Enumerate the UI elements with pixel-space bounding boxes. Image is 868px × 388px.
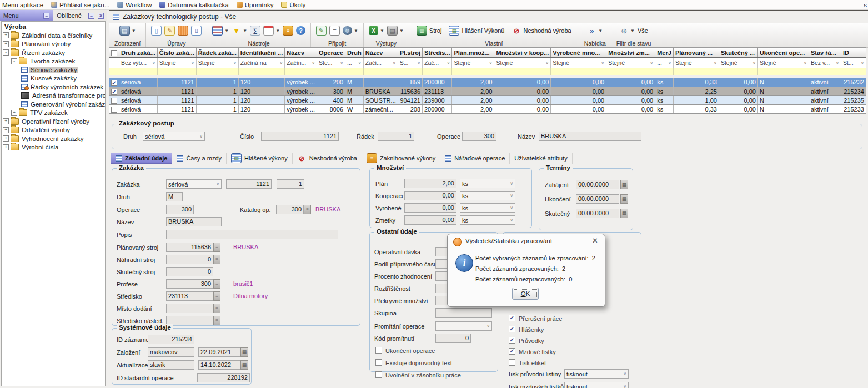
column-header-n-zev[interactable]: Název bbox=[363, 48, 398, 58]
column-filter-druh[interactable]: ...∨ bbox=[345, 58, 364, 68]
lookup-button[interactable]: ≡ bbox=[213, 304, 220, 313]
tree-item-vyhodnocen-zak-zky[interactable]: +Vyhodnocení zakázky bbox=[2, 134, 105, 143]
tree-item-z-kladn-data-a-seln-ky[interactable]: +Základní data a číselníky bbox=[2, 31, 105, 40]
copy-record-icon[interactable]: ▯ bbox=[191, 26, 202, 36]
entry-cell[interactable] bbox=[452, 68, 494, 75]
tree-item-pl-nov-n-v-roby[interactable]: +Plánování výroby bbox=[2, 40, 105, 49]
delete-record-icon[interactable] bbox=[178, 26, 188, 36]
globe-icon[interactable]: ◍ bbox=[343, 26, 352, 35]
filter-icon[interactable]: ▼ bbox=[232, 26, 241, 35]
minimize-icon[interactable]: – bbox=[88, 13, 94, 19]
print-icon[interactable]: ▤ bbox=[387, 26, 398, 36]
tree-expander-icon[interactable]: + bbox=[11, 110, 17, 116]
neshodna-vyroba-button[interactable]: ⊘ Neshodná výroba bbox=[509, 26, 573, 36]
entry-cell[interactable] bbox=[157, 68, 196, 75]
checkbox-mzdov-l-stky[interactable]: ✓ bbox=[509, 348, 515, 355]
row-select-cell[interactable] bbox=[109, 105, 119, 114]
entry-cell[interactable] bbox=[809, 68, 841, 75]
tab-u-ivatelsk-atributy[interactable]: Uživatelské atributy bbox=[510, 153, 572, 164]
id-zaznamu-field[interactable]: 215234 bbox=[148, 335, 194, 344]
checkbox-icon[interactable] bbox=[111, 107, 117, 113]
column-header-pl-stroj[interactable]: Pl.stroj bbox=[398, 48, 422, 58]
chevron-down-icon[interactable]: ▼ bbox=[224, 28, 229, 33]
calendar-icon[interactable] bbox=[263, 26, 274, 36]
close-icon[interactable]: ✕ bbox=[98, 13, 104, 19]
column-filter-slo-zak[interactable]: Stejné∨ bbox=[157, 58, 196, 68]
entry-cell[interactable] bbox=[238, 68, 284, 75]
tree-expander-icon[interactable]: + bbox=[3, 41, 9, 47]
column-header-st-edis[interactable]: Středis... bbox=[423, 48, 452, 58]
lookup-button[interactable]: ≡ bbox=[213, 316, 220, 325]
id-standardni-operace-field[interactable]: 228192 bbox=[197, 373, 250, 382]
export-excel-icon[interactable]: X bbox=[369, 26, 378, 35]
menubar-item-menu-aplikace[interactable]: Menu aplikace bbox=[2, 2, 43, 8]
checkbox-hl-enky[interactable]: ✓ bbox=[509, 326, 515, 332]
tab-asy-a-mzdy[interactable]: Časy a mzdy bbox=[172, 153, 227, 164]
column-filter-mno-stv-v-koop[interactable]: Stejné∨ bbox=[494, 58, 551, 68]
zalozeni-date-field[interactable]: 22.09.2021 bbox=[198, 347, 240, 357]
tree-item-adresn-transformace-prodej[interactable]: Adresná transformace prodej bbox=[2, 92, 105, 100]
column-filter-ukon-en-ope[interactable]: Stejné∨ bbox=[757, 58, 809, 68]
column-filter-pl-n-mno[interactable]: Stejné∨ bbox=[452, 58, 494, 68]
checkbox-icon[interactable] bbox=[111, 98, 117, 104]
zakazka-druh-combobox[interactable]: sériová∨ bbox=[166, 179, 222, 189]
calendar-icon[interactable]: ▦ bbox=[620, 180, 628, 189]
chevron-down-icon[interactable]: ▼ bbox=[380, 28, 384, 33]
mnozstvi-zmetky-field[interactable]: 0,00 bbox=[404, 215, 456, 225]
tisk-pruvodni-listiny-combobox[interactable]: tisknout∨ bbox=[564, 369, 629, 379]
status-filter-icon[interactable]: ⊕ bbox=[619, 26, 629, 35]
table-row[interactable]: ✓sériová11211120výrobek ...300MBRUSKA115… bbox=[109, 87, 866, 96]
display-icon[interactable]: ▤ bbox=[119, 26, 130, 36]
column-header-mno-stv-v-koop[interactable]: Množství v koop... bbox=[494, 48, 551, 58]
column-filter-vyroben-mno[interactable]: Stejné∨ bbox=[551, 58, 606, 68]
calendar-icon[interactable]: ▦ bbox=[240, 360, 248, 370]
lookup-button[interactable]: ≡ bbox=[213, 243, 220, 252]
entry-cell[interactable] bbox=[363, 68, 398, 75]
hlaseni-vykonu-button[interactable]: ▤ Hlášení Výkonů bbox=[446, 25, 506, 36]
tree-item-tvorba-zak-zek[interactable]: -Tvorba zakázek bbox=[2, 57, 105, 66]
menubar-item-datumov-kalkula-ka[interactable]: Datumová kalkulačka bbox=[159, 2, 228, 8]
column-filter-druh-zak[interactable]: Bez výb...∨ bbox=[119, 58, 158, 68]
planovany-stroj-field[interactable]: 115636 bbox=[166, 243, 213, 252]
mnozstvi-zmetky-unit-combobox[interactable]: ks∨ bbox=[460, 215, 515, 225]
menubar-item-upom-nky[interactable]: Upomínky bbox=[237, 2, 274, 8]
entry-cell[interactable] bbox=[655, 68, 674, 75]
termin-skute-n-field[interactable]: 00.00.0000 bbox=[576, 209, 619, 218]
column-filter-n-zev[interactable]: Začín...∨ bbox=[285, 58, 317, 68]
checkbox-pr-vodky[interactable]: ✓ bbox=[509, 337, 515, 344]
menubar-item-koly[interactable]: Úkoly bbox=[281, 2, 305, 8]
tab-z-kladn-daje[interactable]: Základní údaje bbox=[111, 153, 172, 164]
row-select-cell[interactable]: ✓ bbox=[109, 87, 119, 96]
row-select-cell[interactable] bbox=[109, 96, 119, 105]
entry-cell[interactable] bbox=[285, 68, 317, 75]
column-header-dek-zak[interactable]: Řádek zaká... bbox=[196, 48, 238, 58]
attach-note-icon[interactable]: ✎ bbox=[316, 26, 327, 36]
status-filter-value[interactable]: Vše bbox=[638, 27, 648, 34]
tree-expander-icon[interactable]: + bbox=[3, 118, 9, 124]
aktualizace-date-field[interactable]: 14.10.2022 bbox=[198, 360, 240, 370]
menu-offer-icon[interactable]: » bbox=[587, 26, 596, 35]
tree-item-zen-zak-zky[interactable]: -Řízení zakázky bbox=[2, 48, 105, 57]
column-filter-identifika-n[interactable]: Začíná na∨ bbox=[238, 58, 284, 68]
column-header-mno-stv-zm[interactable]: Množství zm... bbox=[606, 48, 655, 58]
checkbox-icon[interactable]: ✓ bbox=[111, 89, 117, 95]
column-header-pl-n-mno[interactable]: Plán.množ... bbox=[452, 48, 494, 58]
tree-expander-icon[interactable]: - bbox=[11, 58, 17, 64]
promitani-operace-combobox[interactable]: ∨ bbox=[435, 321, 492, 331]
column-header-stav[interactable]: Stav řá... bbox=[809, 48, 841, 58]
column-header-identifika-n[interactable]: Identifikační ... bbox=[238, 48, 284, 58]
row-select-cell[interactable]: ✓ bbox=[109, 78, 119, 87]
entry-cell[interactable] bbox=[757, 68, 809, 75]
ok-button[interactable]: OK bbox=[512, 288, 539, 300]
column-header-skute-n[interactable]: Skutečný ... bbox=[719, 48, 757, 58]
mnozstvi-vyroben-unit-combobox[interactable]: ks∨ bbox=[460, 203, 515, 213]
calendar-icon[interactable]: ▦ bbox=[240, 347, 248, 357]
column-filter-skute-n[interactable]: Stejné∨ bbox=[719, 58, 757, 68]
druh-combobox[interactable]: sériová∨ bbox=[143, 132, 205, 141]
tree-expander-icon[interactable]: - bbox=[3, 49, 9, 56]
tree-expander-icon[interactable]: + bbox=[3, 127, 9, 133]
column-filter-dek-zak[interactable]: Stejné∨ bbox=[196, 58, 238, 68]
tree-item-odv-d-n-v-roby[interactable]: +Odvádění výroby bbox=[2, 126, 105, 135]
zakazka-cislo-field[interactable]: 1121 bbox=[226, 179, 272, 189]
entry-cell[interactable] bbox=[719, 68, 757, 75]
